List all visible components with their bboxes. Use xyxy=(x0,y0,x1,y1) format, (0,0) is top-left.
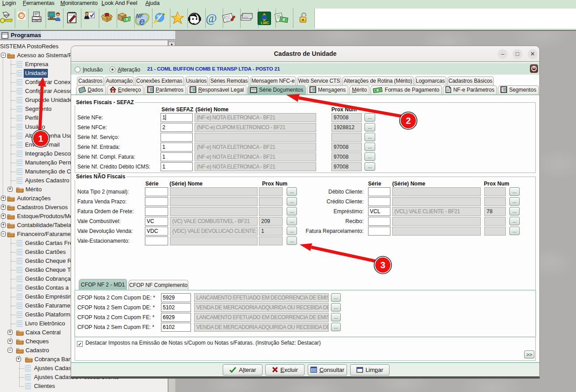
svg-text:2: 2 xyxy=(406,116,411,126)
svg-text:3: 3 xyxy=(380,260,385,270)
svg-text:1: 1 xyxy=(38,134,43,143)
